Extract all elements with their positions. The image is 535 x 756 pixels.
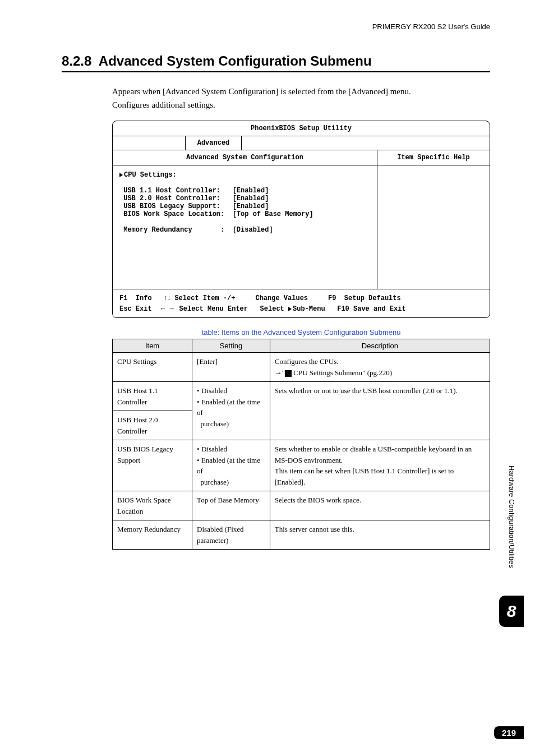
td-desc: This server cannot use this.	[270, 520, 490, 550]
bios-line-memory: Memory Redundancy : [Disabled]	[123, 226, 273, 234]
bios-body: CPU Settings: USB 1.1 Host Controller: […	[113, 165, 490, 289]
intro-line2: Configures additional settings.	[112, 100, 215, 109]
page-number: 219	[494, 726, 524, 739]
intro-line1: Appears when [Advanced System Configurat…	[112, 87, 411, 96]
td-desc: Configures the CPUs. →" CPU Settings Sub…	[270, 353, 490, 382]
bios-tab-spacer	[113, 136, 186, 150]
bios-panel-title: Advanced System Configuration	[113, 150, 377, 165]
table-row: CPU Settings [Enter] Configures the CPUs…	[113, 353, 490, 382]
td-setting: Disabled (Fixed parameter)	[192, 520, 270, 550]
section-number: 8.2.8	[62, 53, 91, 68]
bios-tab-row: Advanced	[113, 136, 490, 150]
td-item: USB BIOS Legacy Support	[113, 440, 192, 491]
bios-utility-title: PhoenixBIOS Setup Utility	[113, 121, 490, 136]
td-desc: Sets whether to enable or disable a USB-…	[270, 440, 490, 491]
table-caption: table: Items on the Advanced System Conf…	[112, 328, 490, 336]
bios-footer-l2b: Select Menu Enter Select	[175, 305, 288, 313]
table-row: Memory Redundancy Disabled (Fixed parame…	[113, 520, 490, 550]
config-table: Item Setting Description CPU Settings [E…	[112, 339, 490, 550]
td-setting: Top of Base Memory	[192, 491, 270, 520]
table-row: BIOS Work Space Location Top of Base Mem…	[113, 491, 490, 520]
section-title: 8.2.8 Advanced System Configuration Subm…	[62, 53, 490, 69]
td-setting: • Disabled• Enabled (at the time of purc…	[192, 382, 270, 440]
bios-header-row: Advanced System Configuration Item Speci…	[113, 150, 490, 165]
bios-footer-l1b: Select Item -/+ Change Values F9 Setup D…	[170, 294, 400, 302]
header-guide: PRIMERGY RX200 S2 User's Guide	[62, 22, 490, 31]
desc-line2a: →"	[275, 368, 285, 377]
updown-arrow-icon: ↑↓	[164, 294, 170, 302]
td-item: USB Host 1.1 Controller	[113, 382, 192, 411]
bios-footer-l2c: Sub-Menu F10 Save and Exit	[293, 305, 406, 313]
td-item: BIOS Work Space Location	[113, 491, 192, 520]
leftright-arrow-icon: ← →	[160, 305, 175, 312]
intro-paragraph: Appears when [Advanced System Configurat…	[112, 85, 490, 112]
th-description: Description	[270, 339, 490, 353]
bios-tab-advanced: Advanced	[186, 136, 242, 150]
title-underline	[62, 71, 490, 72]
desc-line2b: CPU Settings Submenu" (pg.220)	[292, 368, 392, 377]
bios-footer: F1 Info ↑↓ Select Item -/+ Change Values…	[113, 289, 490, 317]
bios-tab-spacer	[242, 136, 490, 150]
bios-body-left: CPU Settings: USB 1.1 Host Controller: […	[113, 165, 377, 289]
bios-line-usb20: USB 2.0 Host Controller: [Enabled]	[123, 195, 269, 202]
table-header-row: Item Setting Description	[113, 339, 490, 353]
td-setting: [Enter]	[192, 353, 270, 382]
td-desc: Sets whether or not to use the USB host …	[270, 382, 490, 440]
section-title-text: Advanced System Configuration Submenu	[99, 53, 372, 68]
chapter-tab: 8	[499, 596, 524, 627]
bios-body-right	[377, 165, 490, 289]
th-setting: Setting	[192, 339, 270, 353]
bios-footer-l2a: Esc Exit	[119, 305, 160, 313]
bios-panel: PhoenixBIOS Setup Utility Advanced Advan…	[112, 121, 490, 318]
bios-cpu-settings: CPU Settings:	[124, 171, 177, 179]
side-chapter-text: Hardware Configuration/Utilities	[508, 465, 516, 568]
bios-help-title: Item Specific Help	[377, 150, 490, 165]
th-item: Item	[113, 339, 192, 353]
td-item: Memory Redundancy	[113, 520, 192, 550]
bios-footer-l1a: F1 Info	[119, 294, 164, 302]
desc-line1: Configures the CPUs.	[275, 357, 339, 366]
bios-line-usb11: USB 1.1 Host Controller: [Enabled]	[123, 187, 269, 195]
menu-arrow-icon	[288, 307, 292, 311]
table-row: USB Host 1.1 Controller • Disabled• Enab…	[113, 382, 490, 411]
td-setting: • Disabled• Enabled (at the time of purc…	[192, 440, 270, 491]
td-item: CPU Settings	[113, 353, 192, 382]
bios-line-workspace: BIOS Work Space Location: [Top of Base M…	[123, 210, 313, 218]
td-desc: Selects the BIOS work space.	[270, 491, 490, 520]
table-row: USB BIOS Legacy Support • Disabled• Enab…	[113, 440, 490, 491]
menu-arrow-icon	[119, 173, 123, 177]
td-item: USB Host 2.0 Controller	[113, 411, 192, 440]
bios-line-usb-legacy: USB BIOS Legacy Support: [Enabled]	[123, 202, 269, 210]
black-square-icon	[285, 370, 292, 377]
